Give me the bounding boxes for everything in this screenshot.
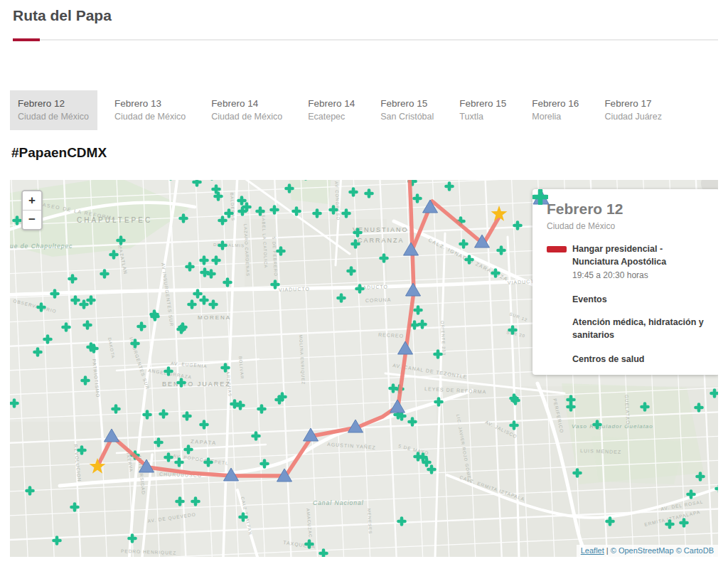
tab-location: San Cristóbal [380, 112, 434, 122]
tab-location: Ciudad Juárez [604, 112, 662, 122]
tab-location: Ecatepec [308, 112, 355, 122]
tab-date: Febrero 15 [459, 98, 506, 109]
zoom-in-button[interactable]: + [23, 191, 41, 211]
hashtag-heading: #PapaenCDMX [11, 145, 107, 161]
svg-text:Canal Nacional: Canal Nacional [313, 499, 364, 506]
svg-text:ue de Chapultepec: ue de Chapultepec [10, 243, 73, 250]
zoom-out-button[interactable]: − [23, 211, 41, 229]
svg-text:CHAPULTEPEC: CHAPULTEPEC [77, 216, 152, 224]
tab-febrero-15-4[interactable]: Febrero 15San Cristóbal [373, 90, 442, 130]
title-accent-bar [13, 38, 40, 41]
map-zoom-control: + − [21, 190, 43, 230]
tab-febrero-13-1[interactable]: Febrero 13Ciudad de México [107, 90, 194, 130]
svg-text:BENITO JUAREZ: BENITO JUAREZ [162, 381, 231, 388]
legend-route-time: 19:45 a 20:30 horas [572, 270, 710, 280]
svg-text:PATRIOTISMO: PATRIOTISMO [92, 358, 101, 398]
attribution-separator: | [604, 546, 611, 555]
cartodb-link[interactable]: © CartoDB [676, 546, 714, 555]
date-tabs: Febrero 12Ciudad de MéxicoFebrero 13Ciud… [10, 90, 680, 130]
legend-item-atencion: Atención médica, hidratación y sanitario… [547, 316, 710, 342]
tab-date: Febrero 15 [380, 98, 434, 109]
svg-text:VIADUCTO: VIADUCTO [279, 286, 310, 292]
tab-febrero-15-5[interactable]: Febrero 15Tuxtla [451, 90, 515, 130]
svg-text:AGUSTIN YAÑEZ: AGUSTIN YAÑEZ [327, 441, 376, 450]
map-attribution: Leaflet | © OpenStreetMap © CartoDB [577, 545, 718, 557]
svg-text:RECREO: RECREO [378, 332, 404, 339]
legend-route-label: Hangar presidencial - Nunciatura Apostól… [572, 243, 710, 269]
tab-location: Morelia [532, 112, 579, 122]
svg-text:AMACUZAC: AMACUZAC [306, 509, 313, 538]
route-line-icon [547, 246, 567, 252]
legend-item-route: Hangar presidencial - Nunciatura Apostól… [547, 243, 710, 280]
svg-text:OBSERVATORIO: OBSERVATORIO [13, 298, 58, 314]
legend-item-centros: Centros de salud [547, 353, 710, 366]
legend-subtitle: Ciudad de México [547, 221, 710, 231]
title-divider [13, 39, 718, 41]
tab-location: Ciudad de México [114, 112, 186, 122]
tab-date: Febrero 13 [114, 98, 186, 109]
svg-text:MENESES: MENESES [367, 509, 373, 535]
svg-text:AV INSURGENTES SUR: AV INSURGENTES SUR [161, 262, 175, 327]
legend-centros-label: Centros de salud [572, 353, 644, 366]
map-canvas[interactable]: PASEO DE LA REFORMACHAPULTEPECue de Chap… [10, 180, 718, 557]
tab-date: Febrero 14 [308, 98, 355, 109]
tab-febrero-14-3[interactable]: Febrero 14Ecatepec [300, 90, 363, 130]
svg-text:Vaso Regulador Guelatao: Vaso Regulador Guelatao [572, 423, 653, 430]
svg-text:CARRANZA: CARRANZA [358, 237, 405, 244]
svg-text:MAZATLAN: MAZATLAN [117, 245, 129, 275]
legend-item-eventos: Eventos [547, 294, 710, 307]
tab-date: Febrero 17 [604, 98, 662, 109]
svg-text:ZAPATA: ZAPATA [191, 438, 217, 447]
leaflet-link[interactable]: Leaflet [581, 546, 604, 555]
tab-febrero-17-7[interactable]: Febrero 17Ciudad Juárez [596, 90, 670, 130]
tab-febrero-12-0[interactable]: Febrero 12Ciudad de México [10, 90, 97, 130]
legend-eventos-label: Eventos [572, 294, 607, 307]
tab-date: Febrero 16 [532, 98, 579, 109]
tab-location: Ciudad de México [18, 112, 89, 122]
tab-date: Febrero 12 [18, 98, 89, 109]
legend-title: Febrero 12 [547, 201, 710, 218]
svg-text:MORENA: MORENA [198, 314, 231, 321]
cross-icon [532, 189, 548, 205]
svg-text:CORUNA: CORUNA [365, 297, 392, 303]
svg-text:5 DE MAYO: 5 DE MAYO [398, 443, 429, 455]
legend-panel: Febrero 12 Ciudad de México Hangar presi… [532, 189, 718, 375]
legend-atencion-label: Atención médica, hidratación y sanitario… [572, 316, 710, 342]
tab-febrero-16-6[interactable]: Febrero 16Morelia [524, 90, 587, 130]
svg-text:DAKOTA: DAKOTA [107, 337, 115, 359]
openstreetmap-link[interactable]: © OpenStreetMap [611, 546, 674, 555]
tab-date: Febrero 14 [211, 98, 282, 109]
svg-text:MOLINA ENRIQUEZ: MOLINA ENRIQUEZ [299, 335, 306, 385]
page-title: Ruta del Papa [13, 7, 112, 24]
tab-febrero-14-2[interactable]: Febrero 14Ciudad de México [203, 90, 291, 130]
tab-location: Ciudad de México [211, 112, 282, 122]
tab-location: Tuxtla [459, 112, 506, 122]
